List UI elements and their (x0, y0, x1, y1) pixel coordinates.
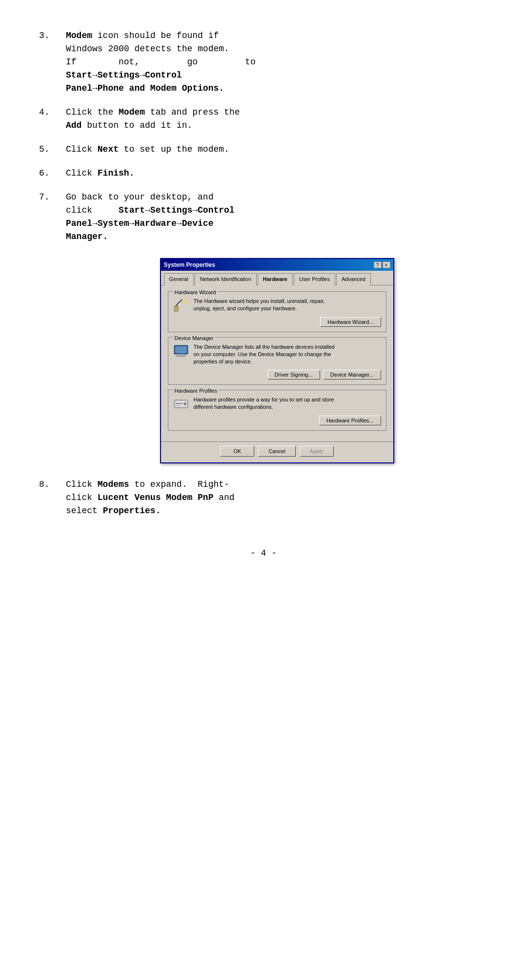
list-item-3: 3. Modem icon should be found if Windows… (39, 29, 488, 95)
apply-button[interactable]: Apply (300, 446, 334, 457)
hardware-profiles-text: Hardware profiles provide a way for you … (194, 396, 381, 411)
svg-rect-10 (176, 356, 186, 357)
dialog-title: System Properties (164, 260, 215, 269)
item-body-8: Click Modems to expand. Right- click Luc… (66, 478, 488, 518)
hardware-profiles-button[interactable]: Hardware Profiles... (319, 416, 381, 425)
list-item-6: 6. Click Finish. (39, 167, 488, 180)
modem-bold-2: Modem (119, 107, 145, 117)
hardware-wizard-text: The Hardware wizard helps you install, u… (194, 298, 381, 313)
hardware-profiles-content: Hardware profiles provide a way for you … (173, 396, 381, 412)
device-manager-section: Device Manager The Devi (168, 337, 386, 385)
device-manager-text: The Device Manager lists all the hardwar… (194, 343, 381, 366)
list-item-7: 7. Go back to your desktop, and click St… (39, 191, 488, 243)
driver-signing-button[interactable]: Driver Signing... (267, 370, 320, 380)
hardware-wizard-label: Hardware Wizard (173, 288, 218, 297)
page-number: - 4 - (39, 547, 488, 560)
device-manager-button[interactable]: Device Manager... (323, 370, 381, 380)
list-item-4: 4. Click the Modem tab and press the Add… (39, 106, 488, 132)
wizard-icon-svg (173, 298, 189, 313)
hardware-wizard-icon (173, 298, 189, 313)
hardware-profiles-icon-svg (173, 396, 189, 412)
dialog-body: Hardware Wizard (161, 285, 393, 441)
device-manager-label: Device Manager (173, 334, 215, 342)
item-num-7: 7. (39, 191, 66, 204)
svg-point-5 (185, 299, 186, 300)
item-num-6: 6. (39, 167, 66, 180)
list-item-5: 5. Click Next to set up the modem. (39, 143, 488, 156)
svg-point-4 (182, 300, 184, 302)
svg-point-6 (186, 302, 187, 304)
properties-bold: Properties. (103, 506, 161, 516)
finish-bold: Finish. (98, 168, 135, 178)
device-manager-content: The Device Manager lists all the hardwar… (173, 343, 381, 366)
tab-user-profiles[interactable]: User Profiles (294, 273, 335, 285)
svg-point-14 (184, 403, 185, 404)
item-body-5: Click Next to set up the modem. (66, 143, 488, 156)
svg-rect-15 (176, 403, 182, 404)
tab-general[interactable]: General (164, 273, 194, 285)
svg-line-2 (176, 300, 182, 305)
dialog-wrapper: System Properties ? × General Network Id… (66, 258, 488, 463)
help-button[interactable]: ? (374, 261, 382, 268)
lucent-bold: Lucent Venus Modem PnP (98, 493, 214, 502)
dialog-titlebar: System Properties ? × (161, 259, 393, 271)
dialog-footer: OK Cancel Apply (161, 441, 393, 462)
hardware-profiles-label: Hardware Profiles (173, 387, 219, 395)
svg-rect-9 (178, 354, 184, 356)
list-item-8: 8. Click Modems to expand. Right- click … (39, 478, 488, 518)
hardware-wizard-section: Hardware Wizard (168, 291, 386, 332)
tab-advanced[interactable]: Advanced (336, 273, 371, 285)
device-manager-buttons: Driver Signing... Device Manager... (173, 370, 381, 380)
item-body-7: Go back to your desktop, and click Start… (66, 191, 488, 243)
item-num-3: 3. (39, 29, 66, 42)
item-body-6: Click Finish. (66, 167, 488, 180)
item-num-8: 8. (39, 478, 66, 491)
next-bold: Next (98, 144, 119, 154)
device-manager-icon-svg (173, 343, 189, 359)
cancel-button[interactable]: Cancel (258, 446, 295, 457)
add-bold: Add (66, 120, 81, 130)
item-num-5: 5. (39, 143, 66, 156)
hardware-profiles-buttons: Hardware Profiles... (173, 416, 381, 425)
close-button[interactable]: × (383, 261, 390, 268)
svg-rect-16 (176, 405, 181, 406)
modems-bold: Modems (98, 480, 129, 489)
device-manager-icon (173, 343, 189, 359)
start-path-2: Start→Settings→Control Panel→System→Hard… (66, 205, 235, 241)
svg-rect-8 (175, 346, 187, 353)
hardware-wizard-content: The Hardware wizard helps you install, u… (173, 298, 381, 313)
svg-rect-1 (174, 305, 178, 307)
modem-bold-1: Modem (66, 31, 92, 40)
dialog-tabs: General Network Identification Hardware … (161, 271, 393, 285)
item-body-4: Click the Modem tab and press the Add bu… (66, 106, 488, 132)
hardware-wizard-buttons: Hardware Wizard... (173, 317, 381, 327)
tab-hardware[interactable]: Hardware (258, 273, 293, 285)
item-body-3: Modem icon should be found if Windows 20… (66, 29, 488, 95)
page-content: 3. Modem icon should be found if Windows… (39, 29, 488, 560)
tab-network-id[interactable]: Network Identification (195, 273, 257, 285)
start-path-1: Start→Settings→Control Panel→Phone and M… (66, 70, 224, 93)
system-properties-dialog: System Properties ? × General Network Id… (160, 258, 394, 463)
hardware-wizard-button[interactable]: Hardware Wizard... (320, 317, 381, 327)
ok-button[interactable]: OK (220, 446, 254, 457)
item-num-4: 4. (39, 106, 66, 119)
hardware-profiles-section: Hardware Profiles (168, 390, 386, 431)
hardware-profiles-icon (173, 396, 189, 412)
titlebar-buttons: ? × (374, 261, 390, 268)
